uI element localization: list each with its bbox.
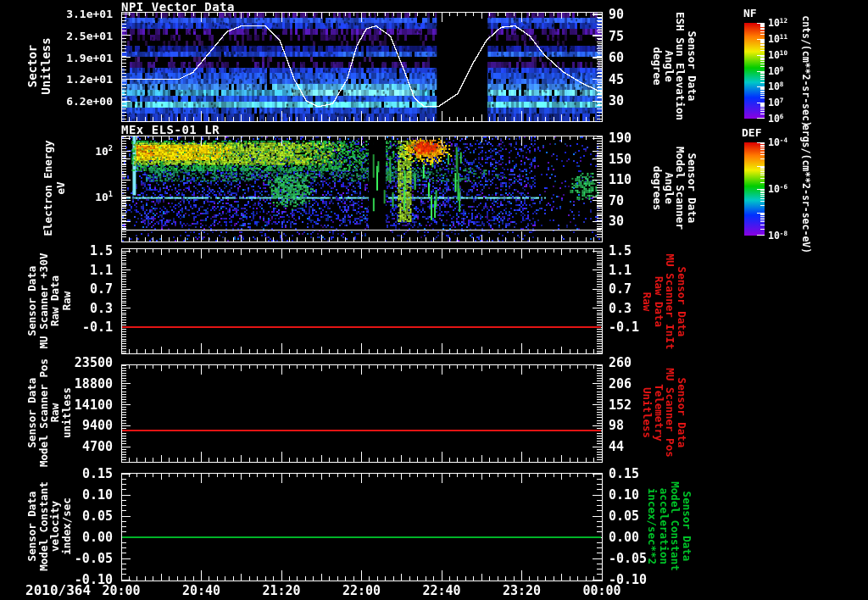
scanner-pos-right-tick-label: 152 (609, 398, 632, 411)
scanner-pos-left-tick-label: 4700 (82, 441, 113, 453)
npi-y-axis-label: SectorUnitless (25, 37, 53, 94)
velocity-left-tick-label: 0.05 (82, 510, 113, 523)
cdaweb-plot-page: NPI Vector Data MEx ELS-01 LR NF DEF 201… (0, 0, 868, 600)
els-panel-title: MEx ELS-01 LR (121, 123, 220, 136)
nf-colorbar-tick-label: 1010 (768, 50, 787, 60)
velocity-right-tick-label: 0.05 (609, 510, 639, 523)
nf-colorbar-tick-label: 109 (768, 65, 783, 75)
npi-left-tick-label: 2.5e+01 (66, 30, 113, 41)
npi-left-tick-label: 6.2e+00 (66, 96, 113, 107)
velocity-right-tick-label: 0.15 (609, 468, 639, 481)
scanner-pos-left-tick-label: 14100 (75, 398, 113, 411)
scanner-pos-right-tick-label: 206 (609, 377, 632, 390)
mu30v-left-tick-label: 1.1 (90, 264, 113, 276)
npi-right-tick-label: 30 (609, 95, 624, 108)
velocity-left-tick-label: 0.10 (82, 489, 113, 502)
els-left-tick-label: 102 (95, 145, 113, 156)
npi-right-tick-label: 90 (609, 8, 624, 21)
x-axis-tick-label: 20:00 (102, 585, 140, 597)
velocity-left-tick-label: -0.05 (75, 553, 113, 565)
def-colorbar-tick-label: 10-8 (768, 231, 787, 241)
mu30v-left-tick-label: 0.3 (90, 302, 113, 314)
def-colorbar-title: DEF (742, 127, 761, 138)
scanner-pos-left-tick-label: 9400 (82, 419, 113, 432)
nf-colorbar-tick-label: 106 (768, 114, 783, 124)
nf-colorbar-tick-label: 1012 (768, 18, 787, 28)
scanner-pos-y-axis-label: Sensor DataModel Scanner PosRawunitless (26, 358, 72, 467)
els-y-axis-label: Electron EnergyeV (42, 141, 67, 236)
npi-left-tick-label: 1.2e+01 (66, 74, 113, 85)
velocity-left-tick-label: 0.00 (82, 531, 113, 544)
def-colorbar-tick-label: 10-4 (768, 137, 787, 147)
velocity-y-axis-label: Sensor DataModel Constantvelocityindex/s… (26, 481, 72, 570)
nf-colorbar-title: NF (743, 8, 757, 19)
nf-colorbar-units: cnts/(cm**2-sr-sec) (799, 15, 811, 127)
x-axis-tick-label: 20:40 (182, 585, 220, 597)
scanner-pos-right-tick-label: 98 (609, 419, 624, 432)
els-right-tick-label: 30 (609, 215, 624, 228)
npi-left-tick-label: 1.9e+01 (66, 52, 113, 63)
x-axis-tick-label: 22:40 (422, 585, 460, 597)
mu30v-right-tick-label: 1.1 (609, 264, 632, 276)
els-right-tick-label: 110 (609, 174, 632, 186)
axes-overlay (0, 0, 868, 600)
mu30v-right-tick-label: 1.5 (609, 245, 632, 258)
npi-right-tick-label: 60 (609, 52, 624, 64)
els-left-tick-label: 101 (95, 191, 113, 202)
velocity-right-axis-label: Sensor DataModel Constantaccelerationinc… (647, 481, 693, 570)
npi-panel-title: NPI Vector Data (121, 0, 235, 14)
x-axis-tick-label: 23:20 (503, 585, 541, 597)
mu30v-right-axis-label: Sensor DataMU Scanner InItRaw DataRaw (642, 254, 687, 350)
mu30v-right-tick-label: -0.1 (609, 321, 639, 334)
mu30v-right-tick-label: 0.7 (609, 283, 632, 296)
def-colorbar-tick-label: 10-6 (768, 184, 787, 194)
velocity-right-tick-label: -0.05 (609, 553, 647, 565)
scanner-pos-left-tick-label: 23500 (75, 357, 113, 369)
velocity-right-tick-label: 0.00 (609, 531, 639, 544)
els-right-tick-label: 70 (609, 194, 624, 207)
velocity-right-tick-label: 0.10 (609, 489, 639, 502)
nf-colorbar-tick-label: 108 (768, 81, 783, 92)
npi-right-tick-label: 75 (609, 30, 624, 42)
x-axis-tick-label: 00:00 (582, 585, 620, 597)
mu30v-left-tick-label: -0.1 (82, 321, 113, 334)
mu30v-left-tick-label: 1.5 (90, 245, 113, 258)
els-right-tick-label: 190 (609, 132, 632, 145)
x-axis-tick-label: 21:20 (262, 585, 300, 597)
scanner-pos-left-tick-label: 18800 (75, 377, 113, 390)
npi-left-tick-label: 3.1e+01 (66, 8, 113, 19)
mu30v-left-tick-label: 0.7 (90, 283, 113, 296)
scanner-pos-right-axis-label: Sensor DataMU Scanner PosTelemetryUnitle… (642, 368, 687, 457)
npi-right-axis-label: Sensor DataESH Sun ElevationAngledegree (652, 12, 698, 120)
nf-colorbar-tick-label: 107 (768, 97, 783, 108)
npi-right-tick-label: 45 (609, 73, 624, 86)
mu30v-right-tick-label: 0.3 (609, 302, 632, 314)
els-right-axis-label: Sensor DataModel ScannerAngledegrees (652, 147, 698, 230)
scanner-pos-right-tick-label: 44 (609, 441, 624, 453)
x-axis-tick-label: 22:00 (342, 585, 381, 597)
scanner-pos-right-tick-label: 260 (609, 357, 632, 369)
nf-colorbar-tick-label: 1011 (768, 34, 787, 44)
def-colorbar-units: ergs/(cm**2-sr-sec-eV) (799, 125, 811, 253)
mu30v-y-axis-label: Sensor DataMU Scanner +30VRaw DataRaw (26, 253, 72, 349)
velocity-left-tick-label: 0.15 (82, 468, 113, 481)
els-right-tick-label: 150 (609, 153, 632, 165)
